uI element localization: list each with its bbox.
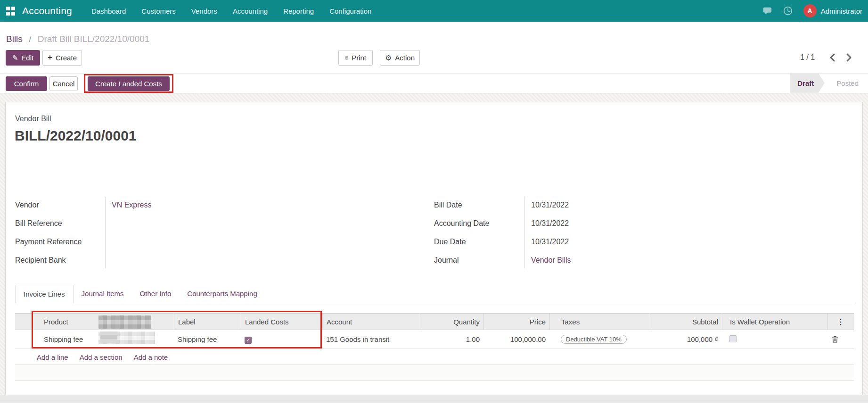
cancel-button[interactable]: Cancel <box>49 76 78 91</box>
control-panel: Bills / Draft Bill BILL/2022/10/0001 ✎ E… <box>0 22 868 73</box>
edit-button[interactable]: ✎ Edit <box>6 50 40 66</box>
col-header-landed-costs[interactable]: Landed Costs <box>241 314 322 330</box>
is-wallet-operation-checkbox[interactable] <box>729 335 737 342</box>
pager-value: 1 / 1 <box>800 53 815 62</box>
tab-invoice-lines[interactable]: Invoice Lines <box>15 285 74 303</box>
cell-label[interactable]: Shipping fee <box>174 335 241 343</box>
user-avatar: A <box>803 4 817 17</box>
breadcrumb-current: Draft Bill BILL/2022/10/0001 <box>38 34 150 44</box>
cell-account[interactable]: 151 Goods in transit <box>322 335 420 343</box>
col-header-subtotal[interactable]: Subtotal <box>650 314 722 330</box>
kebab-icon: ⋮ <box>837 317 845 326</box>
breadcrumb-separator: / <box>29 34 31 44</box>
pencil-icon: ✎ <box>12 54 18 62</box>
field-separator-line <box>105 197 106 268</box>
redacted-pixelated-area-header <box>98 315 151 329</box>
col-header-taxes[interactable]: Taxes <box>549 314 650 330</box>
state-posted[interactable]: Posted <box>836 79 861 87</box>
plus-icon: + <box>48 53 52 61</box>
cell-row-actions <box>827 335 854 343</box>
col-header-quantity[interactable]: Quantity <box>420 314 483 330</box>
menu-item-accounting[interactable]: Accounting <box>232 1 269 21</box>
document-type-label: Vendor Bill <box>15 115 51 123</box>
pager-next-icon[interactable] <box>844 53 853 62</box>
tax-badge[interactable]: Deductible VAT 10% <box>561 335 627 344</box>
topbar-right-tools: A Administrator <box>762 4 862 17</box>
field-accounting-date: Accounting Date 10/31/2022 <box>434 214 854 232</box>
field-vendor: Vendor VN Express <box>15 196 423 214</box>
delete-row-trash-icon[interactable] <box>831 335 839 343</box>
status-bar: Confirm Cancel Create Landed Costs Draft… <box>0 73 868 93</box>
gear-icon: ⚙ <box>385 54 392 62</box>
field-payment-reference: Payment Reference <box>15 232 423 251</box>
field-bill-reference: Bill Reference <box>15 214 423 232</box>
field-separator-line <box>524 197 525 268</box>
menu-item-configuration[interactable]: Configuration <box>328 1 372 21</box>
add-a-section-link[interactable]: Add a section <box>80 353 123 361</box>
user-menu[interactable]: A Administrator <box>803 4 862 17</box>
add-a-note-link[interactable]: Add a note <box>134 353 168 361</box>
col-header-account[interactable]: Account <box>322 314 420 330</box>
totals-empty-strip <box>15 365 854 381</box>
breadcrumb: Bills / Draft Bill BILL/2022/10/0001 <box>6 34 149 44</box>
breadcrumb-bills-link[interactable]: Bills <box>6 34 23 44</box>
cell-quantity[interactable]: 1.00 <box>420 330 483 349</box>
menu-item-dashboard[interactable]: Dashboard <box>90 1 127 21</box>
col-header-is-wallet-operation[interactable]: Is Wallet Operation <box>722 314 827 330</box>
user-name: Administrator <box>821 7 862 15</box>
state-widget: Draft Posted <box>790 74 861 93</box>
document-number: BILL/2022/10/0001 <box>15 128 137 144</box>
cell-taxes: Deductible VAT 10% <box>549 335 650 344</box>
tab-other-info[interactable]: Other Info <box>132 285 180 303</box>
menu-item-customers[interactable]: Customers <box>140 1 177 21</box>
cell-is-wallet-operation <box>722 335 827 344</box>
redacted-pixelated-area-row-small <box>100 331 117 343</box>
optional-columns-toggle[interactable]: ⋮ <box>827 314 854 330</box>
fields-left-group: Vendor VN Express Bill Reference Payment… <box>15 196 423 269</box>
field-recipient-bank: Recipient Bank <box>15 251 423 269</box>
activities-clock-icon[interactable] <box>783 6 793 16</box>
bottom-separator-band <box>0 395 868 403</box>
vendor-bill-sheet: Vendor Bill BILL/2022/10/0001 Vendor VN … <box>5 102 863 395</box>
landed-costs-checkbox[interactable]: ✓ <box>245 337 252 344</box>
create-landed-costs-button[interactable]: Create Landed Costs <box>88 76 170 91</box>
field-journal: Journal Vendor Bills <box>434 251 854 269</box>
state-draft[interactable]: Draft <box>790 74 819 93</box>
bottom-area <box>0 403 868 406</box>
top-menu: Dashboard Customers Vendors Accounting R… <box>90 1 372 21</box>
menu-item-reporting[interactable]: Reporting <box>282 1 315 21</box>
print-button[interactable]: Print <box>338 50 373 66</box>
messages-icon[interactable] <box>762 6 772 16</box>
col-header-price[interactable]: Price <box>483 314 549 330</box>
notebook-tabs: Invoice Lines Journal Items Other Info C… <box>15 285 854 303</box>
cell-subtotal: 100,000 ₫ <box>650 330 722 349</box>
vendor-link[interactable]: VN Express <box>105 201 151 209</box>
journal-link[interactable]: Vendor Bills <box>524 256 571 265</box>
tab-journal-items[interactable]: Journal Items <box>74 285 132 303</box>
apps-grid-icon[interactable] <box>6 7 15 16</box>
add-a-line-link[interactable]: Add a line <box>37 353 68 361</box>
cell-landed-costs: ✓ <box>241 335 322 344</box>
tab-counterparts-mapping[interactable]: Counterparts Mapping <box>179 285 265 303</box>
col-header-label[interactable]: Label <box>174 314 241 330</box>
cell-price[interactable]: 100,000.00 <box>483 330 549 349</box>
printer-icon <box>345 54 348 61</box>
pager: 1 / 1 <box>800 53 853 62</box>
menu-item-vendors[interactable]: Vendors <box>190 1 218 21</box>
top-navigation-bar: Accounting Dashboard Customers Vendors A… <box>0 0 868 22</box>
table-footer-links: Add a line Add a section Add a note <box>15 349 854 361</box>
action-button[interactable]: ⚙ Action <box>380 50 420 66</box>
confirm-button[interactable]: Confirm <box>6 76 47 91</box>
odoo-accounting-app: Accounting Dashboard Customers Vendors A… <box>0 0 868 406</box>
field-bill-date: Bill Date 10/31/2022 <box>434 196 854 214</box>
field-due-date: Due Date 10/31/2022 <box>434 232 854 251</box>
pager-previous-icon[interactable] <box>828 53 837 62</box>
fields-right-group: Bill Date 10/31/2022 Accounting Date 10/… <box>434 196 854 269</box>
create-button[interactable]: + Create <box>42 50 82 66</box>
app-title[interactable]: Accounting <box>22 5 72 17</box>
